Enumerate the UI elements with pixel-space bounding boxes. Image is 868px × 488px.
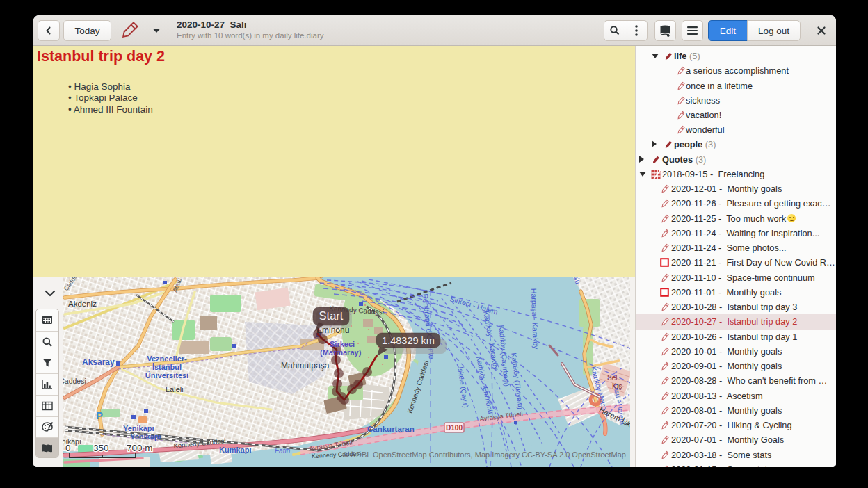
svg-text:Vezneciler-: Vezneciler- [147, 355, 187, 363]
svg-text:P: P [96, 409, 103, 421]
svg-text:(Marmaray): (Marmaray) [320, 348, 362, 357]
svg-text:Mahmutpaşa: Mahmutpaşa [281, 361, 330, 371]
svg-text:Laleli: Laleli [166, 385, 184, 393]
svg-text:© ODBL OpenStreetMap Contribut: © ODBL OpenStreetMap Contributors, Map I… [342, 450, 626, 459]
svg-text:Yenikapı: Yenikapı [130, 432, 161, 441]
svg-text:D100: D100 [446, 424, 463, 432]
svg-text:Start: Start [319, 309, 344, 322]
svg-text:Üniversitesi: Üniversitesi [145, 371, 188, 380]
svg-text:Kumkapı: Kumkapı [219, 446, 251, 454]
svg-text:Yenikapı: Yenikapı [123, 424, 154, 432]
svg-text:700 m: 700 m [127, 443, 153, 453]
svg-text:Sirkeci: Sirkeci [330, 340, 355, 348]
svg-text:350: 350 [93, 443, 109, 453]
svg-text:Akdeniz: Akdeniz [68, 300, 97, 308]
svg-text:Cankurtaran: Cankurtaran [367, 425, 415, 433]
svg-text:0: 0 [65, 443, 71, 453]
svg-text:i Caddesi: i Caddesi [63, 377, 86, 385]
svg-text:Aksaray: Aksaray [82, 357, 115, 367]
svg-text:1.48329 km: 1.48329 km [382, 335, 435, 346]
svg-text:Kış: Kış [612, 382, 622, 390]
svg-text:Sel: Sel [607, 374, 617, 382]
svg-text:İstanbul: İstanbul [152, 363, 182, 371]
svg-text:Fatih: Fatih [275, 447, 291, 455]
